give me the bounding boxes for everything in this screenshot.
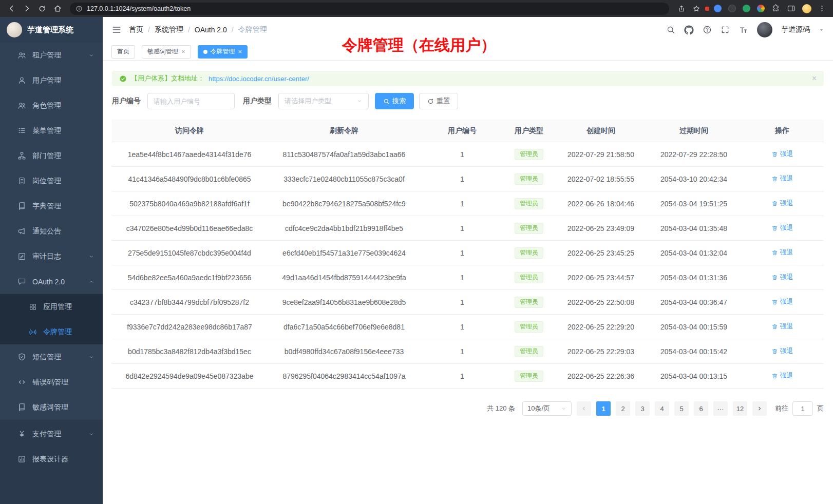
page-button-6[interactable]: 6 xyxy=(694,401,708,416)
user-type-select[interactable]: 请选择用户类型 xyxy=(278,93,369,109)
forward-button[interactable] xyxy=(20,2,34,16)
page-button-12[interactable]: 12 xyxy=(733,401,747,416)
sidebar-item-error-code[interactable]: 错误码管理 xyxy=(0,370,103,395)
sidebar-item-dict[interactable]: 字典管理 xyxy=(0,193,103,219)
reset-button[interactable]: 重置 xyxy=(419,93,458,109)
force-logout-button[interactable]: 强退 xyxy=(771,199,793,208)
force-logout-button[interactable]: 强退 xyxy=(771,174,793,183)
page-button-2[interactable]: 2 xyxy=(616,401,630,416)
fullscreen-icon[interactable] xyxy=(721,25,730,34)
sidebar-item-role[interactable]: 角色管理 xyxy=(0,93,103,118)
sidebar-item-oauth-token[interactable]: 令牌管理 xyxy=(0,319,103,344)
close-tab-icon[interactable]: × xyxy=(181,48,185,55)
github-icon[interactable] xyxy=(684,25,694,35)
tab-token[interactable]: 令牌管理 × xyxy=(198,45,248,59)
app-logo[interactable]: 芋道管理系统 xyxy=(0,17,103,43)
home-icon xyxy=(53,4,62,13)
chevron-down-icon xyxy=(561,406,566,412)
sidebar-item-user[interactable]: 用户管理 xyxy=(0,68,103,93)
sidebar-item-pay[interactable]: 支付管理 xyxy=(0,421,103,447)
sidebar-item-tenant[interactable]: 租户管理 xyxy=(0,43,103,68)
breadcrumb-oauth[interactable]: OAuth 2.0 xyxy=(195,26,227,34)
force-logout-button[interactable]: 强退 xyxy=(771,371,793,380)
force-logout-button[interactable]: 强退 xyxy=(771,346,793,356)
browser-menu-icon[interactable] xyxy=(818,5,826,12)
force-logout-button[interactable]: 强退 xyxy=(771,273,793,282)
tab-sensitive-word[interactable]: 敏感词管理 × xyxy=(142,45,191,59)
chevron-down-icon xyxy=(88,431,94,437)
user-type-label: 用户类型 xyxy=(243,96,272,106)
user-type-placeholder: 请选择用户类型 xyxy=(285,96,331,106)
bookmark-star-icon[interactable] xyxy=(692,5,701,13)
expire-time-cell: 2054-03-04 00:15:42 xyxy=(647,347,741,356)
sidebar-item-label: OAuth 2.0 xyxy=(32,278,65,286)
page-more-button[interactable]: ··· xyxy=(713,401,728,416)
sidebar-item-sms[interactable]: 短信管理 xyxy=(0,344,103,370)
search-icon[interactable] xyxy=(666,25,675,34)
sidebar-item-post[interactable]: 岗位管理 xyxy=(0,168,103,193)
user-avatar[interactable] xyxy=(757,22,772,37)
sidebar-item-menu[interactable]: 菜单管理 xyxy=(0,118,103,143)
doc-alert: 【用户体系】文档地址： https://doc.iocoder.cn/user-… xyxy=(112,71,824,86)
tab-home[interactable]: 首页 xyxy=(111,45,135,59)
help-icon[interactable] xyxy=(703,25,712,34)
page-button-5[interactable]: 5 xyxy=(674,401,689,416)
breadcrumb: 首页 / 系统管理 / OAuth 2.0 / 令牌管理 xyxy=(129,25,267,34)
sidebar-item-notice[interactable]: 通知公告 xyxy=(0,219,103,244)
sidebar-item-dept[interactable]: 部门管理 xyxy=(0,143,103,168)
breadcrumb-system[interactable]: 系统管理 xyxy=(155,25,183,34)
user-id-cell: 1 xyxy=(421,298,503,306)
access-token-cell: 6d842e2924594de9a09e45e087323abe xyxy=(112,372,267,380)
sidebar-item-oauth[interactable]: OAuth 2.0 xyxy=(0,269,103,294)
table-row: b0d1785bc3a8482f812db4a3f3bd15ec b0df498… xyxy=(112,339,824,364)
side-panel-icon[interactable] xyxy=(787,4,796,13)
user-name[interactable]: 芋道源码 xyxy=(781,25,810,34)
back-button[interactable] xyxy=(4,2,18,16)
profile-avatar-icon[interactable] xyxy=(802,4,811,13)
table-row: c342377bf8b344799dcbf7bf095287f2 9ce8ef2… xyxy=(112,290,824,315)
action-cell: 强退 xyxy=(741,248,824,258)
action-cell: 强退 xyxy=(741,273,824,282)
search-button[interactable]: 搜索 xyxy=(375,93,414,109)
audit-log-icon xyxy=(17,252,26,261)
sidebar-item-sensitive-word[interactable]: 敏感词管理 xyxy=(0,395,103,420)
extension-icon-green[interactable] xyxy=(743,5,750,12)
extensions-puzzle-icon[interactable] xyxy=(771,4,780,13)
close-alert-icon[interactable]: × xyxy=(812,74,817,83)
force-logout-button[interactable]: 强退 xyxy=(771,223,793,232)
chevron-down-icon[interactable] xyxy=(819,27,824,33)
search-form: 用户编号 用户类型 请选择用户类型 搜索 重置 xyxy=(112,93,824,109)
next-page-button[interactable] xyxy=(752,401,767,416)
address-bar[interactable]: 127.0.0.1:1024/system/oauth2/token xyxy=(70,3,669,15)
page-button-4[interactable]: 4 xyxy=(655,401,669,416)
force-logout-button[interactable]: 强退 xyxy=(771,297,793,306)
share-icon[interactable] xyxy=(677,5,686,13)
sidebar-item-oauth-app[interactable]: 应用管理 xyxy=(0,294,103,319)
page-size-select[interactable]: 10条/页 xyxy=(522,401,572,416)
sidebar-item-audit-log[interactable]: 审计日志 xyxy=(0,244,103,269)
page-button-1[interactable]: 1 xyxy=(596,401,611,416)
force-logout-button[interactable]: 强退 xyxy=(771,248,793,257)
prev-page-button[interactable] xyxy=(577,401,591,416)
goto-page-input[interactable] xyxy=(792,401,813,416)
close-tab-icon[interactable]: × xyxy=(238,48,242,55)
reload-button[interactable] xyxy=(35,2,49,16)
expire-time-cell: 2054-03-04 00:15:59 xyxy=(647,323,741,331)
access-token-cell: 275e5de9151045fe87cbdc395e004f4d xyxy=(112,249,267,257)
breadcrumb-home[interactable]: 首页 xyxy=(129,25,143,34)
home-button[interactable] xyxy=(50,2,65,16)
font-size-icon[interactable] xyxy=(739,25,748,35)
doc-link[interactable]: https://doc.iocoder.cn/user-center/ xyxy=(209,75,309,83)
user-id-input[interactable] xyxy=(147,93,235,109)
extension-icon-dark[interactable] xyxy=(728,5,736,12)
extension-icon-colorful[interactable] xyxy=(757,5,765,12)
chevron-right-icon xyxy=(756,405,763,412)
page-button-3[interactable]: 3 xyxy=(635,401,650,416)
force-logout-button[interactable]: 强退 xyxy=(771,322,793,331)
force-logout-button[interactable]: 强退 xyxy=(771,149,793,159)
sidebar-item-report-designer[interactable]: 报表设计器 xyxy=(0,447,103,472)
user-type-cell: 管理员 xyxy=(503,247,555,259)
collapse-sidebar-icon[interactable] xyxy=(111,25,122,35)
error-code-icon xyxy=(17,378,26,386)
extension-icon-blue[interactable] xyxy=(714,5,722,12)
